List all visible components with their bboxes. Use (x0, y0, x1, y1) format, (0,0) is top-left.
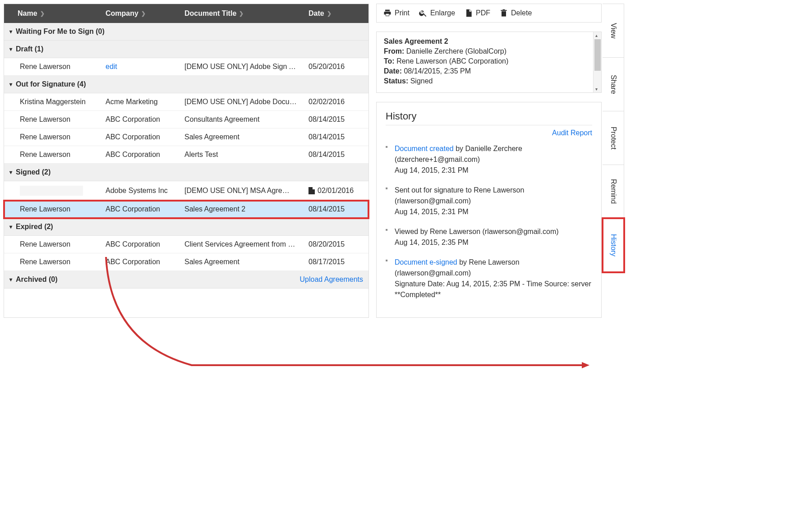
column-header-title[interactable]: Document Title❯ (180, 4, 304, 23)
details-toolbar: Print Enlarge PDF Delete (376, 4, 602, 23)
table-row[interactable]: Rene LawersonABC CorporationClient Servi… (4, 236, 368, 253)
table-row[interactable]: Rene LawersonABC CorporationSales Agreem… (4, 253, 368, 271)
side-tab-history[interactable]: History (603, 218, 624, 272)
cell-company: Acme Marketing (101, 98, 180, 106)
cell-name: Rene Lawerson (4, 63, 101, 71)
date-value: 08/14/2015, 2:35 PM (404, 67, 471, 75)
cell-company: ABC Corporation (101, 133, 180, 141)
status-value: Signed (410, 77, 433, 85)
chevron-right-icon: ❯ (40, 10, 45, 17)
table-row[interactable]: Rene LawersonABC CorporationSales Agreem… (4, 128, 368, 146)
cell-title: Sales Agreement (180, 133, 304, 141)
scroll-up-icon[interactable]: ▴ (595, 33, 598, 38)
chevron-down-icon: ▾ (9, 81, 12, 87)
cell-name: Rene Lawerson (4, 133, 101, 141)
table-row[interactable]: Rene LawersonABC CorporationSales Agreem… (4, 201, 368, 218)
details-title: Sales Agreement 2 (384, 37, 594, 46)
scroll-down-icon[interactable]: ▾ (595, 87, 598, 92)
column-header-company[interactable]: Company❯ (101, 4, 180, 23)
section-label: Expired (2) (16, 223, 53, 231)
history-item: Document e-signed by Rene Lawerson (rlaw… (386, 257, 592, 300)
section-label: Waiting For Me to Sign (0) (16, 28, 105, 36)
table-row[interactable]: Adobe Systems Inc[DEMO USE ONLY] MSA Agr… (4, 181, 368, 201)
side-tab-remind[interactable]: Remind (603, 165, 624, 219)
table-row[interactable]: Rene LawersonABC CorporationAlerts Test0… (4, 146, 368, 164)
history-item: Viewed by Rene Lawerson (rlawerson@gmail… (386, 226, 592, 248)
audit-report-link[interactable]: Audit Report (386, 129, 592, 137)
history-meta: Aug 14, 2015, 2:31 PM (395, 208, 469, 216)
section-header[interactable]: ▾Draft (1) (4, 41, 368, 58)
cell-title: [DEMO USE ONLY] Adobe Docu… (180, 98, 304, 106)
cell-title: [DEMO USE ONLY] Adobe Sign A… (180, 63, 304, 71)
cell-date: 08/14/2015 (304, 151, 363, 159)
cell-date: 08/14/2015 (304, 115, 363, 124)
table-row[interactable]: Rene LawersonABC CorporationConsultants … (4, 111, 368, 128)
column-header-name-label: Name (18, 9, 37, 18)
enlarge-button[interactable]: Enlarge (419, 9, 455, 18)
history-meta: Aug 14, 2015, 2:31 PM (395, 166, 469, 174)
table-row[interactable]: Rene Lawersonedit[DEMO USE ONLY] Adobe S… (4, 58, 368, 76)
side-tab-protect[interactable]: Protect (603, 111, 624, 165)
scrollbar[interactable]: ▴ ▾ (593, 32, 601, 92)
cell-date: 02/02/2016 (304, 98, 363, 106)
delete-button[interactable]: Delete (499, 9, 532, 18)
chevron-down-icon: ▾ (9, 46, 12, 52)
cell-date: 02/01/2016 (304, 187, 363, 195)
side-tab-view[interactable]: View (603, 4, 624, 58)
history-item: Document created by Danielle Zerchere (d… (386, 143, 592, 176)
to-value: Rene Lawerson (ABC Corporation) (396, 57, 508, 65)
cell-name: Rene Lawerson (4, 258, 101, 266)
cell-title: Sales Agreement 2 (180, 205, 304, 213)
chevron-down-icon: ▾ (9, 169, 12, 175)
print-label: Print (395, 9, 410, 17)
enlarge-label: Enlarge (430, 9, 455, 17)
redacted-name (20, 186, 83, 196)
to-label: To: (384, 57, 395, 65)
chevron-right-icon: ❯ (239, 10, 244, 17)
history-action-link[interactable]: Document e-signed (395, 258, 457, 266)
print-icon (383, 9, 392, 18)
history-text: Viewed by Rene Lawerson (rlawerson@gmail… (395, 228, 559, 235)
section-header[interactable]: ▾Out for Signature (4) (4, 76, 368, 93)
chevron-down-icon: ▾ (9, 224, 12, 230)
cell-date: 08/14/2015 (304, 133, 363, 141)
document-icon (308, 187, 315, 194)
cell-title: Sales Agreement (180, 258, 304, 266)
delete-label: Delete (511, 9, 532, 17)
column-header-title-label: Document Title (184, 9, 236, 18)
column-header-name[interactable]: Name❯ (4, 4, 101, 23)
section-header[interactable]: ▾Signed (2) (4, 164, 368, 181)
chevron-down-icon: ▾ (9, 28, 12, 35)
details-panel: Print Enlarge PDF Delete Sales Agreement… (376, 4, 602, 318)
history-action-link[interactable]: Document created (395, 145, 454, 152)
chevron-down-icon: ▾ (9, 276, 12, 283)
section-label: Archived (0) (16, 275, 57, 284)
agreements-table: Name❯ Company❯ Document Title❯ Date❯ ▾Wa… (4, 4, 369, 318)
edit-link[interactable]: edit (106, 63, 117, 70)
history-item: Sent out for signature to Rene Lawerson … (386, 185, 592, 217)
column-header-date[interactable]: Date❯ (304, 4, 363, 23)
section-label: Out for Signature (4) (16, 80, 86, 88)
cell-company: ABC Corporation (101, 115, 180, 124)
pdf-icon (464, 9, 473, 18)
chevron-right-icon: ❯ (141, 10, 146, 17)
section-label: Signed (2) (16, 168, 51, 176)
cell-date: 08/14/2015 (304, 205, 363, 213)
section-header[interactable]: ▾Waiting For Me to Sign (0) (4, 23, 368, 41)
agreement-details: Sales Agreement 2 From: Danielle Zercher… (376, 32, 602, 93)
section-header[interactable]: ▾Archived (0)Upload Agreements (4, 271, 368, 289)
pdf-button[interactable]: PDF (464, 9, 490, 18)
section-header[interactable]: ▾Expired (2) (4, 218, 368, 236)
delete-icon (499, 9, 508, 18)
print-button[interactable]: Print (383, 9, 410, 18)
chevron-right-icon: ❯ (327, 10, 331, 17)
cell-date: 05/20/2016 (304, 63, 363, 71)
cell-title: [DEMO USE ONLY] MSA Agre… (180, 187, 304, 195)
scroll-thumb[interactable] (594, 39, 601, 71)
column-header-date-label: Date (308, 9, 324, 18)
from-label: From: (384, 47, 404, 55)
side-tab-share[interactable]: Share (603, 57, 624, 111)
upload-agreements-link[interactable]: Upload Agreements (299, 275, 363, 284)
table-row[interactable]: Kristina MaggersteinAcme Marketing[DEMO … (4, 93, 368, 111)
cell-company: ABC Corporation (101, 205, 180, 213)
